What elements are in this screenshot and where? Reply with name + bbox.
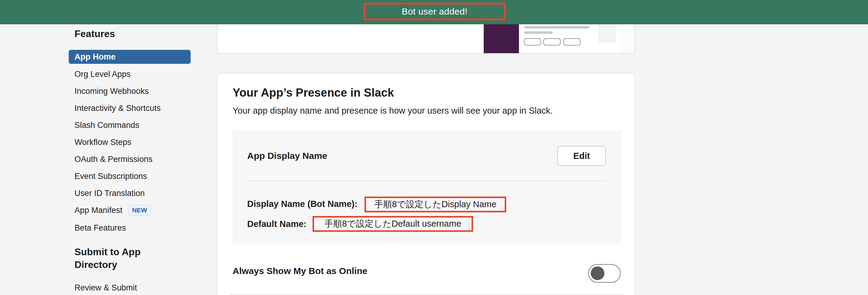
always-online-label: Always Show My Bot as Online [232,266,367,276]
display-name-label: Display Name (Bot Name): [247,199,358,209]
sidebar-item-app-home[interactable]: App Home [69,50,191,64]
default-name-label: Default Name: [247,219,306,229]
sidebar-item-label: App Manifest [74,206,123,215]
annotation-box-default-name: 手順8で設定したDefault username [313,216,473,232]
sidebar-item-label: Incoming Webhooks [74,87,149,96]
slack-sidebar-block [484,24,519,53]
always-online-toggle[interactable] [588,264,621,283]
edit-button-label: Edit [574,151,590,161]
sidebar-item-oauth-permissions[interactable]: OAuth & Permissions [74,151,153,168]
toggle-knob-icon [591,266,604,280]
sidebar-heading-submit: Submit to App Directory [74,245,160,271]
sidebar-item-workflow-steps[interactable]: Workflow Steps [74,134,131,151]
sidebar-item-label: Review & Submit [74,283,137,293]
presence-title: Your App’s Presence in Slack [232,86,394,99]
sidebar-item-beta-features[interactable]: Beta Features [74,219,126,236]
sidebar-item-incoming-webhooks[interactable]: Incoming Webhooks [74,83,149,100]
sidebar-item-label: OAuth & Permissions [74,155,153,164]
preview-side-panel [598,24,616,42]
sidebar-item-interactivity-shortcuts[interactable]: Interactivity & Shortcuts [74,100,161,117]
display-name-value: 手順8で設定したDisplay Name [374,198,496,210]
preview-button-3 [563,38,581,45]
sidebar-item-label: Beta Features [74,223,126,233]
sidebar-item-slash-commands[interactable]: Slash Commands [74,117,139,134]
app-home-preview-card [217,24,635,54]
divider [247,181,607,182]
sidebar-item-label: User ID Translation [74,189,145,198]
sidebar-heading-features: Features [74,27,115,40]
banner-message: Bot user added! [402,6,467,17]
sidebar-item-app-manifest[interactable]: App Manifest NEW [74,202,151,219]
preview-button-2 [543,38,561,45]
skeleton-line-long [524,26,590,29]
sidebar-item-review-submit[interactable]: Review & Submit [74,279,137,295]
edit-button[interactable]: Edit [557,146,606,166]
annotation-box-banner: Bot user added! [364,3,505,20]
preview-button-1 [524,38,541,45]
new-badge: NEW [128,205,151,216]
sidebar-item-user-id-translation[interactable]: User ID Translation [74,185,145,202]
preview-scroll-area [621,24,635,53]
sidebar-item-label: Slash Commands [74,121,139,130]
page: Bot user added! Features App Home Org Le… [0,0,868,295]
skeleton-line-short [524,31,553,34]
sidebar-item-label: Workflow Steps [74,138,131,147]
app-display-name-panel: App Display Name Edit Display Name (Bot … [232,130,621,244]
sidebar-item-label: App Home [74,52,116,62]
app-display-name-heading: App Display Name [247,151,327,161]
sidebar-item-label: Event Subscriptions [74,172,147,181]
sidebar-item-event-subscriptions[interactable]: Event Subscriptions [74,168,147,185]
annotation-box-display-name: 手順8で設定したDisplay Name [365,197,506,212]
sidebar-item-org-level-apps[interactable]: Org Level Apps [74,66,131,83]
presence-subtitle: Your app display name and presence is ho… [232,106,553,116]
sidebar-item-label: Interactivity & Shortcuts [74,104,161,113]
presence-card: Your App’s Presence in Slack Your app di… [217,73,635,295]
sidebar-item-label: Org Level Apps [74,70,131,79]
default-name-value: 手順8で設定したDefault username [324,218,461,230]
success-banner: Bot user added! [0,0,868,24]
